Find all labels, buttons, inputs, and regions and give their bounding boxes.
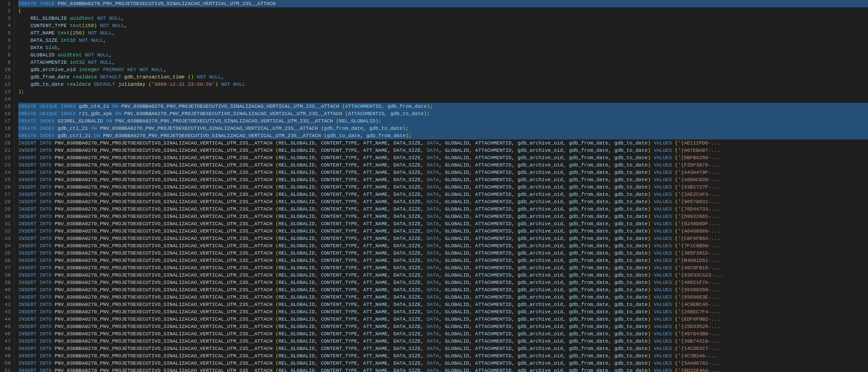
code-line-1[interactable]: CREATE TABLE PNV_030BBA0270_PNV_PROJETOE… — [18, 0, 868, 7]
code-line-11[interactable]: gdb_from_date realdate DEFAULT gdb_trans… — [18, 73, 868, 81]
code-line-49[interactable]: INSERT INTO PNV_030BBA0270_PNV_PROJETOEX… — [18, 352, 868, 360]
code-line-6[interactable]: DATA_SIZE int32 NOT NULL, — [18, 37, 868, 44]
code-line-24[interactable]: INSERT INTO PNV_030BBA0270_PNV_PROJETOEX… — [18, 169, 868, 176]
code-line-9[interactable]: ATTACHMENTID int32 NOT NULL, — [18, 59, 868, 66]
code-line-27[interactable]: INSERT INTO PNV_030BBA0270_PNV_PROJETOEX… — [18, 191, 868, 198]
code-line-44[interactable]: INSERT INTO PNV_030BBA0270_PNV_PROJETOEX… — [18, 316, 868, 323]
code-line-45[interactable]: INSERT INTO PNV_030BBA0270_PNV_PROJETOEX… — [18, 323, 868, 330]
code-line-5[interactable]: ATT_NAME text(250) NOT NULL, — [18, 29, 868, 37]
code-line-37[interactable]: INSERT INTO PNV_030BBA0270_PNV_PROJETOEX… — [18, 264, 868, 272]
code-line-51[interactable]: INSERT INTO PNV_030BBA0270_PNV_PROJETOEX… — [18, 367, 868, 372]
code-line-13[interactable]: ); — [18, 88, 868, 95]
code-line-48[interactable]: INSERT INTO PNV_030BBA0270_PNV_PROJETOEX… — [18, 345, 868, 352]
code-line-3[interactable]: REL_GLOBALID uuidtext NOT NULL, — [18, 15, 868, 22]
code-line-14[interactable] — [18, 95, 868, 103]
code-line-26[interactable]: INSERT INTO PNV_030BBA0270_PNV_PROJETOEX… — [18, 183, 868, 191]
code-line-30[interactable]: INSERT INTO PNV_030BBA0270_PNV_PROJETOEX… — [18, 213, 868, 220]
code-line-12[interactable]: gdb_to_date realdate DEFAULT julianday (… — [18, 81, 868, 88]
code-line-25[interactable]: INSERT INTO PNV_030BBA0270_PNV_PROJETOEX… — [18, 176, 868, 183]
code-line-33[interactable]: INSERT INTO PNV_030BBA0270_PNV_PROJETOEX… — [18, 235, 868, 242]
code-line-22[interactable]: INSERT INTO PNV_030BBA0270_PNV_PROJETOEX… — [18, 154, 868, 161]
code-line-19[interactable]: CREATE INDEX gdb_ctrl_21 ON PNV_030BBA02… — [18, 132, 868, 139]
code-line-18[interactable]: CREATE INDEX gdb_ctl_21 ON PNV_030BBA027… — [18, 125, 868, 132]
code-line-39[interactable]: INSERT INTO PNV_030BBA0270_PNV_PROJETOEX… — [18, 279, 868, 286]
code-line-31[interactable]: INSERT INTO PNV_030BBA0270_PNV_PROJETOEX… — [18, 220, 868, 228]
code-line-38[interactable]: INSERT INTO PNV_030BBA0270_PNV_PROJETOEX… — [18, 272, 868, 279]
code-line-40[interactable]: INSERT INTO PNV_030BBA0270_PNV_PROJETOEX… — [18, 286, 868, 294]
code-line-7[interactable]: DATA blob, — [18, 44, 868, 51]
code-line-41[interactable]: INSERT INTO PNV_030BBA0270_PNV_PROJETOEX… — [18, 294, 868, 301]
code-lines[interactable]: CREATE TABLE PNV_030BBA0270_PNV_PROJETOE… — [15, 0, 868, 372]
code-line-20[interactable]: INSERT INTO PNV_030BBA0270_PNV_PROJETOEX… — [18, 139, 868, 147]
code-line-4[interactable]: CONTENT_TYPE text(150) NOT NULL, — [18, 22, 868, 29]
code-line-35[interactable]: INSERT INTO PNV_030BBA0270_PNV_PROJETOEX… — [18, 250, 868, 257]
code-line-10[interactable]: gdb_archive_oid integer PRIMARY KEY NOT … — [18, 66, 868, 73]
code-line-23[interactable]: INSERT INTO PNV_030BBA0270_PNV_PROJETOEX… — [18, 161, 868, 169]
code-line-47[interactable]: INSERT INTO PNV_030BBA0270_PNV_PROJETOEX… — [18, 338, 868, 345]
code-line-34[interactable]: INSERT INTO PNV_030BBA0270_PNV_PROJETOEX… — [18, 242, 868, 250]
line-numbers: 1 2 3 4 5 6 7 8 9 10 11 12 13 14 15 16 1… — [0, 0, 15, 372]
code-line-16[interactable]: CREATE UNIQUE INDEX r21_gdb_xpk ON PNV_0… — [18, 110, 868, 117]
code-line-36[interactable]: INSERT INTO PNV_030BBA0270_PNV_PROJETOEX… — [18, 257, 868, 264]
code-line-2[interactable]: ( — [18, 7, 868, 15]
code-line-29[interactable]: INSERT INTO PNV_030BBA0270_PNV_PROJETOEX… — [18, 205, 868, 213]
code-line-32[interactable]: INSERT INTO PNV_030BBA0270_PNV_PROJETOEX… — [18, 228, 868, 235]
code-editor: 1 2 3 4 5 6 7 8 9 10 11 12 13 14 15 16 1… — [0, 0, 868, 372]
code-line-43[interactable]: INSERT INTO PNV_030BBA0270_PNV_PROJETOEX… — [18, 308, 868, 316]
code-line-21[interactable]: INSERT INTO PNV_030BBA0270_PNV_PROJETOEX… — [18, 147, 868, 154]
code-line-8[interactable]: GLOBALID uuidtext NOT NULL, — [18, 51, 868, 59]
code-line-28[interactable]: INSERT INTO PNV_030BBA0270_PNV_PROJETOEX… — [18, 198, 868, 205]
code-line-50[interactable]: INSERT INTO PNV_030BBA0270_PNV_PROJETOEX… — [18, 360, 868, 367]
code-line-42[interactable]: INSERT INTO PNV_030BBA0270_PNV_PROJETOEX… — [18, 301, 868, 308]
code-line-15[interactable]: CREATE UNIQUE INDEX gdb_ct4_21 ON PNV_03… — [18, 103, 868, 110]
code-line-17[interactable]: CREATE INDEX G23REL_GLOBALID ON PNV_030B… — [18, 117, 868, 125]
code-line-46[interactable]: INSERT INTO PNV_030BBA0270_PNV_PROJETOEX… — [18, 330, 868, 338]
